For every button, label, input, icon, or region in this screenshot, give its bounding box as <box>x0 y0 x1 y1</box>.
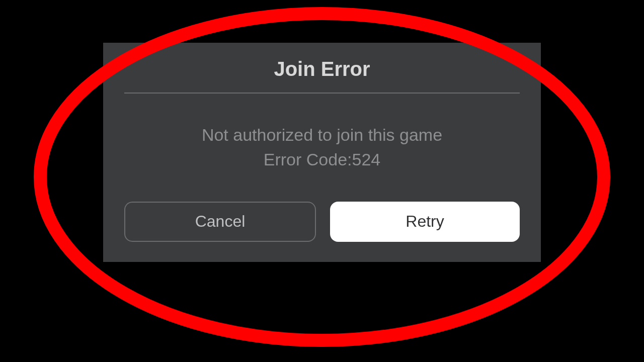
dialog-button-row: Cancel Retry <box>124 202 520 242</box>
retry-button[interactable]: Retry <box>330 202 520 242</box>
error-dialog: Join Error Not authorized to join this g… <box>103 43 541 262</box>
dialog-title: Join Error <box>124 58 520 80</box>
dialog-message: Not authorized to join this game Error C… <box>124 123 520 172</box>
dialog-message-line1: Not authorized to join this game <box>124 123 520 147</box>
dialog-divider <box>124 93 520 94</box>
dialog-message-line2: Error Code:524 <box>124 147 520 172</box>
cancel-button[interactable]: Cancel <box>124 202 316 242</box>
